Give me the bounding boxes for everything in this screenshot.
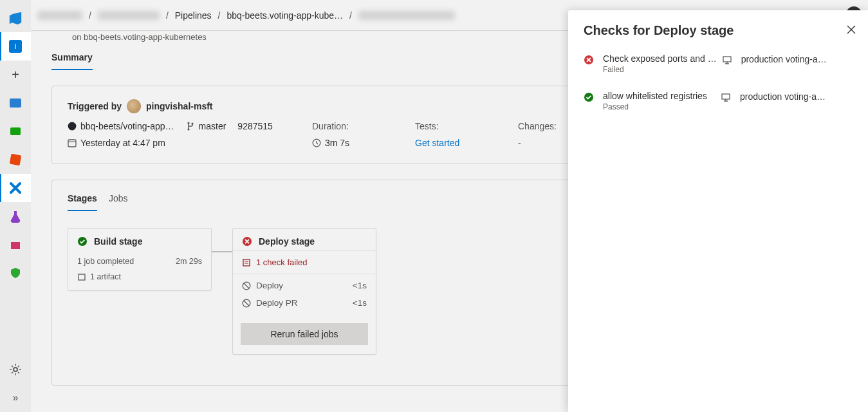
svg-point-4 [14, 368, 17, 371]
environment-icon [722, 55, 732, 65]
checks-panel: Checks for Deploy stage Check exposed po… [568, 10, 868, 412]
svg-rect-0 [10, 98, 21, 108]
gear-icon [9, 363, 22, 376]
left-item-project[interactable]: I [0, 32, 31, 61]
svg-rect-2 [10, 154, 22, 166]
left-item-settings[interactable] [0, 355, 31, 384]
left-item-overview[interactable] [0, 259, 31, 287]
left-item-boards[interactable] [0, 89, 31, 117]
success-icon [584, 92, 594, 102]
flask-icon [9, 210, 22, 223]
plus-icon: + [12, 68, 19, 82]
left-item-pipelines[interactable] [0, 174, 31, 202]
check-status: Failed [603, 65, 717, 74]
left-item-repos[interactable] [0, 117, 31, 145]
left-item-testplans[interactable] [0, 202, 31, 230]
close-icon [846, 24, 856, 35]
svg-rect-18 [723, 57, 731, 62]
left-item-artifacts[interactable] [0, 145, 31, 174]
azure-devops-logo[interactable] [0, 4, 31, 32]
left-item-collapse[interactable]: » [0, 384, 31, 412]
check-name: Check exposed ports and … [603, 53, 717, 64]
environment-icon [721, 92, 731, 102]
svg-rect-1 [10, 127, 21, 135]
check-row-failed[interactable]: Check exposed ports and … Failed product… [584, 53, 853, 74]
git-icon [9, 153, 22, 166]
pipeline-icon [9, 182, 22, 194]
left-nav: I + » [0, 0, 31, 412]
chevrons-icon: » [8, 391, 23, 405]
repo-icon [9, 125, 22, 138]
left-item-packages[interactable] [0, 230, 31, 259]
panel-title: Checks for Deploy stage [584, 23, 853, 38]
svg-rect-20 [722, 94, 730, 99]
left-item-add[interactable]: + [0, 61, 31, 89]
check-row-passed[interactable]: allow whitelisted registries Passed prod… [584, 91, 853, 111]
check-environment[interactable]: production voting-a… [741, 53, 853, 64]
fail-icon [584, 55, 594, 65]
svg-rect-3 [11, 242, 20, 249]
shield-icon [9, 267, 22, 279]
check-status: Passed [603, 102, 716, 111]
board-icon [9, 97, 22, 109]
check-environment[interactable]: production voting-a… [740, 91, 853, 102]
azure-devops-icon [8, 11, 23, 25]
check-name: allow whitelisted registries [603, 91, 716, 101]
package-icon [9, 238, 22, 251]
panel-close-button[interactable] [846, 24, 856, 35]
